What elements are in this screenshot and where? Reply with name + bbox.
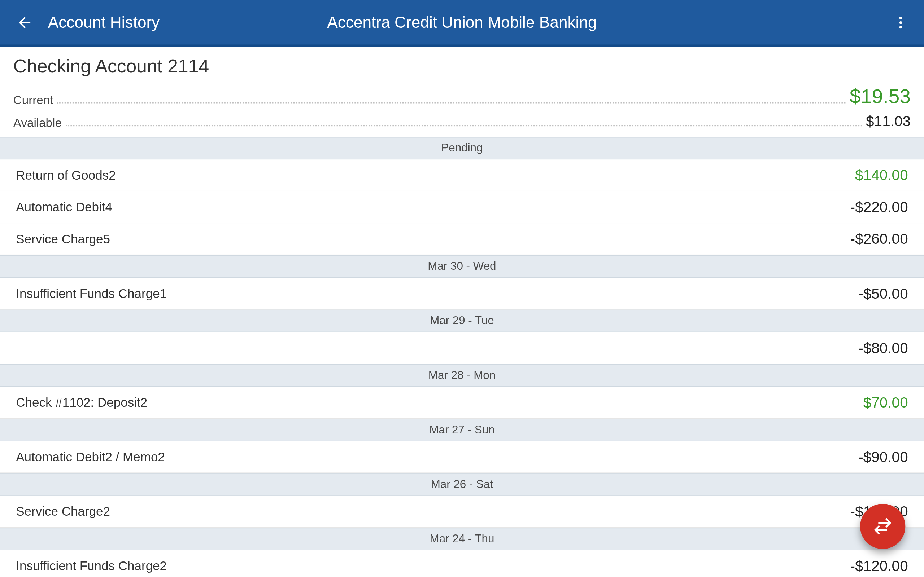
current-balance-label: Current bbox=[13, 94, 53, 108]
svg-point-0 bbox=[900, 16, 902, 19]
date-section-header: Pending bbox=[0, 137, 924, 160]
available-balance-label: Available bbox=[13, 116, 62, 131]
available-balance-value: $11.03 bbox=[866, 113, 911, 130]
transaction-amount: -$50.00 bbox=[858, 285, 908, 302]
transaction-amount: -$220.00 bbox=[850, 198, 908, 216]
account-header: Checking Account 2114 Current $19.53 Ava… bbox=[0, 47, 924, 137]
transaction-row[interactable]: Service Charge2-$110.00 bbox=[0, 496, 924, 528]
transaction-amount: $70.00 bbox=[863, 394, 908, 411]
date-section-header: Mar 29 - Tue bbox=[0, 310, 924, 332]
back-arrow-icon bbox=[16, 14, 33, 31]
date-section-header: Mar 24 - Thu bbox=[0, 528, 924, 550]
transaction-description: Insufficient Funds Charge1 bbox=[16, 286, 167, 301]
transaction-description: Service Charge2 bbox=[16, 504, 110, 519]
current-balance-row: Current $19.53 bbox=[13, 85, 911, 108]
transaction-description: Automatic Debit2 / Memo2 bbox=[16, 450, 165, 464]
transaction-amount: -$90.00 bbox=[858, 448, 908, 466]
transfer-icon bbox=[872, 516, 893, 537]
transaction-row[interactable]: Insufficient Funds Charge1-$50.00 bbox=[0, 278, 924, 309]
transaction-row[interactable]: Return of Goods2$140.00 bbox=[0, 160, 924, 191]
svg-point-1 bbox=[900, 21, 902, 23]
transaction-amount: -$260.00 bbox=[850, 230, 908, 248]
transaction-description: Automatic Debit4 bbox=[16, 200, 112, 214]
screen-title: Account History bbox=[48, 13, 160, 32]
back-button[interactable] bbox=[13, 11, 36, 34]
transaction-description: Check #1102: Deposit2 bbox=[16, 395, 147, 410]
transfer-fab[interactable] bbox=[860, 504, 905, 549]
date-section-header: Mar 30 - Wed bbox=[0, 255, 924, 278]
transaction-row[interactable]: Service Charge5-$260.00 bbox=[0, 223, 924, 255]
date-section-header: Mar 26 - Sat bbox=[0, 473, 924, 496]
transaction-amount: -$80.00 bbox=[858, 339, 908, 357]
dotted-leader bbox=[57, 102, 846, 104]
transaction-row[interactable]: Automatic Debit2 / Memo2-$90.00 bbox=[0, 442, 924, 473]
transaction-row[interactable]: -$80.00 bbox=[0, 332, 924, 364]
transaction-row[interactable]: Insufficient Funds Charge2-$120.00 bbox=[0, 550, 924, 577]
current-balance-value: $19.53 bbox=[850, 85, 911, 108]
more-vert-icon bbox=[893, 15, 908, 30]
date-section-header: Mar 28 - Mon bbox=[0, 364, 924, 387]
dotted-leader bbox=[66, 125, 862, 126]
account-name: Checking Account 2114 bbox=[13, 56, 911, 77]
transaction-row[interactable]: Check #1102: Deposit2$70.00 bbox=[0, 387, 924, 419]
available-balance-row: Available $11.03 bbox=[13, 108, 911, 131]
svg-point-2 bbox=[900, 26, 902, 28]
transaction-description: Service Charge5 bbox=[16, 232, 110, 246]
transaction-description: Insufficient Funds Charge2 bbox=[16, 559, 167, 574]
transaction-amount: -$120.00 bbox=[850, 557, 908, 574]
overflow-menu-button[interactable] bbox=[889, 0, 912, 44]
transaction-list[interactable]: PendingReturn of Goods2$140.00Automatic … bbox=[0, 137, 924, 577]
date-section-header: Mar 27 - Sun bbox=[0, 419, 924, 442]
transaction-description: Return of Goods2 bbox=[16, 168, 115, 182]
transaction-row[interactable]: Automatic Debit4-$220.00 bbox=[0, 192, 924, 223]
app-bar: Account History Accentra Credit Union Mo… bbox=[0, 0, 924, 47]
transaction-amount: $140.00 bbox=[855, 167, 908, 184]
